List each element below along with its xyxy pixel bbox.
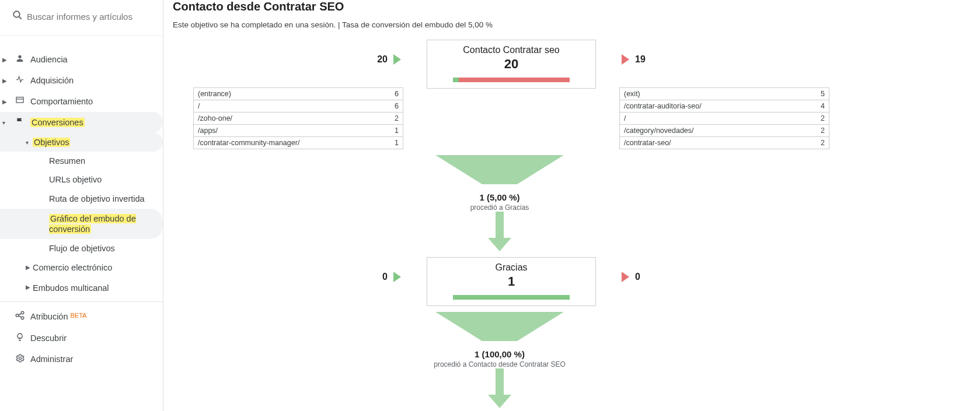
stage-1-card: Gracias 1 <box>427 257 596 306</box>
nav-behavior[interactable]: ▶ Comportamiento <box>0 91 163 112</box>
svg-rect-10 <box>496 212 504 238</box>
svg-point-5 <box>16 314 19 317</box>
nav-ecommerce[interactable]: ▶ Comercio electrónico <box>0 258 163 277</box>
src-n: 1 <box>380 125 403 137</box>
nav-admin-label: Administrar <box>30 354 156 364</box>
page-title: Contacto desde Contratar SEO <box>173 0 980 13</box>
stage-0-card: Contacto Contratar seo 20 <box>427 40 596 89</box>
person-icon <box>9 54 30 65</box>
nav-audience-label: Audiencia <box>30 55 156 64</box>
chevron-down-icon: ▾ <box>2 120 9 126</box>
chevron-right-icon: ▶ <box>26 284 33 291</box>
main-panel: Contacto desde Contratar SEO Este objeti… <box>173 0 980 411</box>
nav-admin[interactable]: Administrar <box>0 349 163 370</box>
svg-rect-3 <box>16 97 23 103</box>
nav-conversions[interactable]: ▾ Conversiones <box>0 112 163 133</box>
exit-n: 4 <box>806 100 829 113</box>
nav-goal-flow[interactable]: Flujo de objetivos <box>0 239 163 258</box>
search-row[interactable] <box>0 0 163 33</box>
stage-1-drop-text: 1 (100,00 %) <box>403 349 596 359</box>
funnel-trapezoid-icon <box>435 312 564 347</box>
stage-1-name: Gracias <box>433 262 590 273</box>
behavior-icon <box>9 96 30 107</box>
nav-goals-summary-label: Resumen <box>49 156 156 166</box>
chevron-down-icon: ▾ <box>26 139 33 146</box>
chevron-right-icon: ▶ <box>2 57 9 63</box>
flag-icon <box>9 117 30 128</box>
stage-1-in-count: 0 <box>382 272 388 282</box>
chevron-right-icon: ▶ <box>26 264 33 272</box>
exit-n: 2 <box>806 113 829 125</box>
nav-reverse-goal-path-label: Ruta de objetivo invertida <box>49 194 156 204</box>
svg-marker-14 <box>488 395 511 408</box>
nav-discover[interactable]: Descubrir <box>0 328 163 349</box>
nav-goals[interactable]: ▾ Objetivos <box>0 133 163 152</box>
src-n: 1 <box>380 137 403 149</box>
src-path: (entrance) <box>194 88 380 100</box>
nav-goal-urls-label: URLs objetivo <box>49 175 156 184</box>
sidebar: ▶ Audiencia ▶ Adquisición ▶ Comportamien… <box>0 0 163 411</box>
nav-attribution[interactable]: AtribuciónBETA <box>0 305 163 328</box>
search-input[interactable] <box>26 11 154 22</box>
nav-conversions-label: Conversiones <box>30 118 156 127</box>
svg-point-8 <box>19 357 21 359</box>
arrow-out-icon <box>622 272 629 282</box>
svg-marker-11 <box>488 238 511 251</box>
exit-path: /contratar-seo/ <box>620 137 806 149</box>
nav-audience[interactable]: ▶ Audiencia <box>0 49 163 70</box>
stage-0-in-count: 20 <box>377 54 388 65</box>
exit-n: 2 <box>806 137 829 149</box>
page-subtitle: Este objetivo se ha completado en una se… <box>173 20 980 29</box>
attribution-icon <box>9 310 30 323</box>
svg-point-7 <box>21 317 24 319</box>
exit-n: 2 <box>806 125 829 137</box>
exit-path: /category/novedades/ <box>620 125 806 137</box>
stage-1-bar <box>453 295 570 300</box>
nav-behavior-label: Comportamiento <box>30 97 156 106</box>
stage-0-bar <box>453 78 570 82</box>
sidebar-top-cut <box>0 35 163 49</box>
svg-rect-13 <box>496 368 504 395</box>
src-n: 6 <box>380 100 403 113</box>
nav-mcf[interactable]: ▶ Embudos multicanal <box>0 278 163 298</box>
gear-icon <box>9 353 30 366</box>
stage-0-sources-table: (entrance)6 /6 /zoho-one/2 /apps/1 /cont… <box>193 87 403 149</box>
svg-marker-9 <box>435 155 564 184</box>
exit-path: /contratar-auditoria-seo/ <box>620 100 806 113</box>
stage-0-count: 20 <box>433 57 590 72</box>
funnel-visualization: 20 (entrance)6 /6 /zoho-one/2 /apps/1 /c… <box>173 40 967 411</box>
nav-attribution-label: AtribuciónBETA <box>30 312 156 321</box>
src-n: 2 <box>380 113 403 125</box>
funnel-trapezoid-icon <box>435 155 564 190</box>
arrow-out-icon <box>622 54 629 65</box>
svg-point-6 <box>21 311 24 314</box>
stage-1-drop-sub: procedió a Contacto desde Contratar SEO <box>403 360 596 368</box>
stage-0-drop-sub: procedió a Gracias <box>403 203 596 212</box>
nav-goals-summary[interactable]: Resumen <box>0 152 163 170</box>
stage-1-out-count: 0 <box>635 272 640 282</box>
stage-0-exits-table: (exit)5 /contratar-auditoria-seo/4 /2 /c… <box>619 87 829 149</box>
src-path: /zoho-one/ <box>194 113 380 125</box>
nav-reverse-goal-path[interactable]: Ruta de objetivo invertida <box>0 189 163 209</box>
src-path: / <box>194 100 380 113</box>
src-path: /contratar-community-manager/ <box>194 137 380 149</box>
nav-goal-flow-label: Flujo de objetivos <box>49 244 156 253</box>
svg-point-0 <box>13 11 20 17</box>
nav-acquisition-label: Adquisición <box>30 76 156 85</box>
nav-goals-label: Objetivos <box>33 138 156 147</box>
stage-1-count: 1 <box>433 274 590 289</box>
stage-0-name: Contacto Contratar seo <box>433 45 590 55</box>
exit-n: 5 <box>806 88 829 100</box>
bulb-icon <box>9 332 30 344</box>
chevron-right-icon: ▶ <box>2 78 9 84</box>
nav-acquisition[interactable]: ▶ Adquisición <box>0 70 163 91</box>
nav-goal-urls[interactable]: URLs objetivo <box>0 170 163 189</box>
chevron-right-icon: ▶ <box>2 99 9 105</box>
arrow-down-icon <box>488 212 511 252</box>
nav-funnel-visualization[interactable]: Gráfico del embudo de conversión <box>0 209 163 239</box>
nav-ecommerce-label: Comercio electrónico <box>33 262 156 273</box>
search-icon <box>9 10 26 23</box>
exit-path: / <box>620 113 806 125</box>
src-path: /apps/ <box>194 125 380 137</box>
arrow-down-icon <box>488 368 511 409</box>
